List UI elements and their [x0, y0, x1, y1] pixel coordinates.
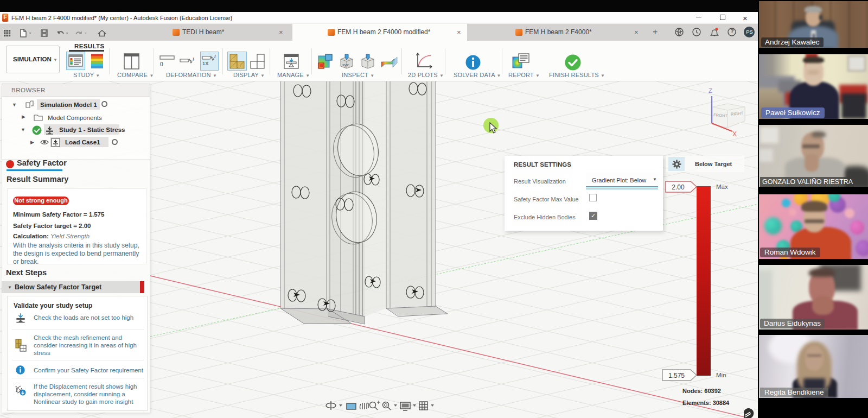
svg-text:xyz: xyz [342, 62, 349, 67]
svg-text:X: X [732, 130, 737, 138]
svg-text:I: I [214, 54, 216, 59]
svg-text:Z: Z [709, 87, 712, 94]
svg-text:0: 0 [160, 61, 163, 67]
svg-text:I: I [193, 56, 194, 62]
svg-text:1X: 1X [202, 60, 209, 66]
svg-text:1.575: 1.575 [668, 372, 685, 379]
svg-text:2.00: 2.00 [672, 183, 685, 191]
